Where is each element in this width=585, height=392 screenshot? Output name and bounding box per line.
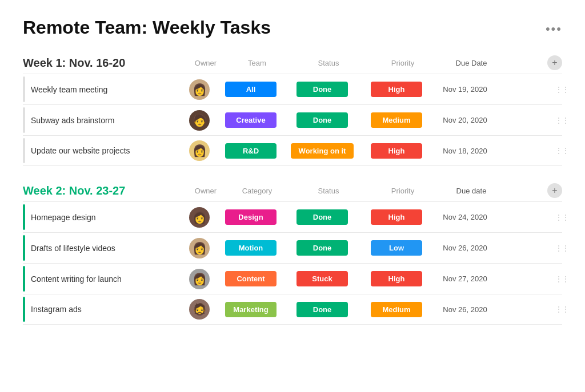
row-border [23,138,25,163]
due-date: Nov 24, 2020 [434,213,496,221]
drag-handle-icon[interactable]: ⋮⋮ [555,86,562,94]
team-badge[interactable]: Creative [225,112,277,128]
category-badge[interactable]: Marketing [225,302,277,317]
col-owner-label: Owner [189,59,223,67]
task-name: Drafts of lifestyle videos [31,244,182,253]
col-owner-label: Owner [189,187,223,195]
week1-column-headers: Owner Team Status Priority Due Date [189,59,542,67]
task-name: Update our website projects [31,146,182,155]
drag-handle-icon[interactable]: ⋮⋮ [555,213,562,221]
col-team-label: Team [223,59,291,67]
avatar: 👩 [189,140,210,161]
task-cells: 👩 R&D Working on it High Nov 18, 2020 [182,140,552,161]
task-name: Instagram ads [31,305,182,314]
avatar: 🧔 [189,299,210,320]
table-row: Weekly team meeting 👩 All Done High Nov … [23,74,562,104]
col-priority-label: Priority [366,187,440,195]
row-border [23,297,25,322]
drag-handle-icon[interactable]: ⋮⋮ [555,147,562,155]
row-border [23,107,25,133]
table-row: Update our website projects 👩 R&D Workin… [23,135,562,166]
task-cells: 👩 Design Done High Nov 24, 2020 [182,207,552,228]
drag-handle-icon[interactable]: ⋮⋮ [555,244,562,252]
col-date-label: Due date [440,187,503,195]
col-category-label: Category [223,187,291,195]
table-row: Content writing for launch 👩 Content Stu… [23,263,562,294]
more-options-icon[interactable]: ••• [546,22,562,37]
row-border [23,235,25,261]
status-badge[interactable]: Stuck [296,271,348,286]
status-badge[interactable]: Done [296,302,348,317]
table-row: Homepage design 👩 Design Done High Nov 2… [23,201,562,232]
drag-handle-icon[interactable]: ⋮⋮ [555,305,562,313]
row-border [23,266,25,292]
status-badge[interactable]: Done [296,82,348,97]
category-badge[interactable]: Design [225,209,277,225]
due-date: Nov 19, 2020 [434,85,496,94]
page-title: Remote Team: Weekly Tasks [23,17,271,38]
week2-column-headers: Owner Category Status Priority Due date [189,187,542,195]
category-badge[interactable]: Content [225,271,277,286]
col-status-label: Status [291,59,366,67]
priority-badge[interactable]: Medium [371,112,422,128]
task-name: Weekly team meeting [31,85,182,94]
priority-badge[interactable]: High [371,209,422,225]
row-border [23,76,25,102]
week1-title: Week 1: Nov. 16-20 [23,56,183,70]
task-name: Homepage design [31,213,182,222]
task-cells: 🧔 Marketing Done Medium Nov 26, 2020 [182,299,552,320]
drag-handle-icon[interactable]: ⋮⋮ [555,116,562,124]
col-priority-label: Priority [366,59,440,67]
week2-section: Week 2: Nov. 23-27 Owner Category Status… [23,183,562,325]
task-cells: 🧑 Creative Done Medium Nov 20, 2020 [182,110,552,131]
status-badge[interactable]: Done [296,240,348,256]
task-cells: 👩 Motion Done Low Nov 26, 2020 [182,238,552,258]
priority-badge[interactable]: High [371,82,422,97]
col-date-label: Due Date [440,59,503,67]
team-badge[interactable]: R&D [225,143,277,159]
task-cells: 👩 Content Stuck High Nov 27, 2020 [182,269,552,289]
due-date: Nov 20, 2020 [434,116,496,124]
due-date: Nov 18, 2020 [434,147,496,155]
avatar: 👩 [189,79,210,100]
table-row: Drafts of lifestyle videos 👩 Motion Done… [23,232,562,263]
due-date: Nov 27, 2020 [434,274,496,283]
week1-section: Week 1: Nov. 16-20 Owner Team Status Pri… [23,55,562,166]
week1-add-button[interactable]: + [547,55,562,70]
table-row: Instagram ads 🧔 Marketing Done Medium No… [23,294,562,325]
avatar: 👩 [189,207,210,228]
priority-badge[interactable]: High [371,271,422,286]
category-badge[interactable]: Motion [225,240,277,256]
priority-badge[interactable]: Low [371,240,422,256]
task-name: Subway ads brainstorm [31,116,182,125]
week2-title: Week 2: Nov. 23-27 [23,184,183,197]
status-badge[interactable]: Done [296,209,348,225]
due-date: Nov 26, 2020 [434,305,496,314]
team-badge[interactable]: All [225,82,277,97]
status-badge[interactable]: Working on it [291,143,354,159]
status-badge[interactable]: Done [296,112,348,128]
task-cells: 👩 All Done High Nov 19, 2020 [182,79,552,100]
avatar: 🧑 [189,110,210,131]
task-name: Content writing for launch [31,274,182,284]
week2-add-button[interactable]: + [547,183,562,198]
drag-handle-icon[interactable]: ⋮⋮ [555,275,562,283]
table-row: Subway ads brainstorm 🧑 Creative Done Me… [23,104,562,135]
due-date: Nov 26, 2020 [434,244,496,252]
avatar: 👩 [189,238,210,258]
col-status-label: Status [291,187,366,195]
row-border [23,204,25,230]
priority-badge[interactable]: Medium [371,302,422,317]
avatar: 👩 [189,269,210,289]
priority-badge[interactable]: High [371,143,422,159]
